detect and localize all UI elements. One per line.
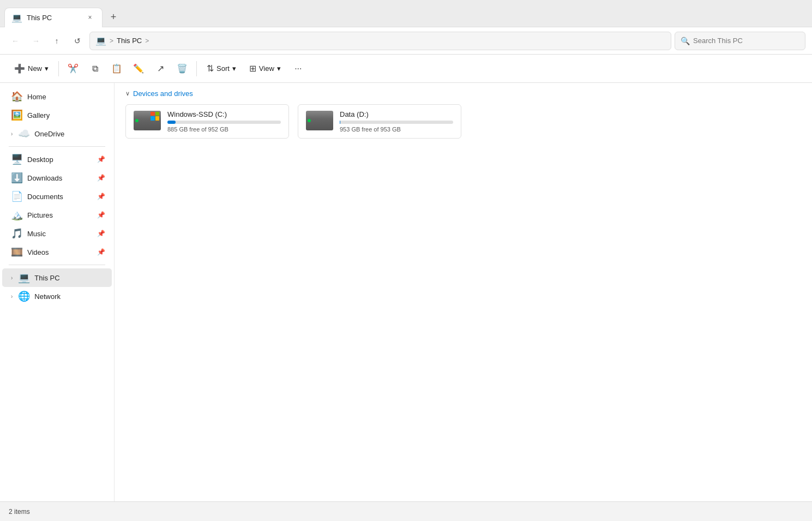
sort-label: Sort (216, 64, 230, 73)
copy-button[interactable]: ⧉ (85, 59, 105, 79)
downloads-icon: ⬇️ (11, 172, 23, 184)
music-pin-icon: 📌 (97, 230, 105, 237)
downloads-pin-icon: 📌 (97, 174, 105, 182)
paste-icon: 📋 (111, 63, 122, 74)
forward-button[interactable]: → (27, 32, 45, 50)
up-button[interactable]: ↑ (48, 32, 65, 50)
documents-pin-icon: 📌 (97, 193, 105, 200)
sidebar-item-desktop[interactable]: 🖥️ Desktop 📌 (2, 150, 112, 169)
onedrive-label: OneDrive (34, 130, 105, 138)
sidebar-item-music[interactable]: 🎵 Music 📌 (2, 224, 112, 243)
title-bar: 💻 This PC × + (0, 0, 812, 27)
desktop-pin-icon: 📌 (97, 155, 105, 163)
drive-d-item[interactable]: Data (D:) 953 GB free of 953 GB (298, 104, 461, 139)
new-chevron: ▾ (45, 64, 49, 73)
view-label: View (259, 64, 274, 73)
sidebar-item-thispc[interactable]: › 💻 This PC (2, 268, 112, 287)
drive-c-item[interactable]: Windows-SSD (C:) 885 GB free of 952 GB (125, 104, 289, 139)
music-label: Music (27, 230, 93, 238)
view-chevron: ▾ (277, 64, 281, 73)
documents-label: Documents (27, 193, 93, 201)
delete-icon: 🗑️ (177, 63, 188, 74)
refresh-button[interactable]: ↺ (69, 32, 86, 50)
search-input[interactable] (693, 37, 799, 45)
back-button[interactable]: ← (7, 32, 24, 50)
drive-d-icon-wrap (306, 111, 333, 133)
section-title: Devices and drives (133, 89, 193, 98)
drive-c-bar-fill (167, 121, 176, 124)
drive-c-led (135, 119, 139, 122)
file-explorer-tab[interactable]: 💻 This PC × (4, 8, 103, 27)
new-tab-button[interactable]: + (105, 9, 122, 26)
sidebar-item-downloads[interactable]: ⬇️ Downloads 📌 (2, 169, 112, 187)
share-icon: ↗ (157, 63, 164, 74)
item-count: 2 items (9, 508, 30, 516)
network-expand-icon: › (11, 294, 13, 300)
drive-d-info: Data (D:) 953 GB free of 953 GB (340, 110, 453, 133)
downloads-label: Downloads (27, 174, 93, 182)
view-button[interactable]: ⊞ View ▾ (244, 59, 286, 79)
home-icon: 🏠 (11, 91, 23, 103)
more-button[interactable]: ··· (288, 59, 308, 79)
videos-label: Videos (27, 248, 93, 256)
drive-d-led (308, 119, 311, 122)
documents-icon: 📄 (11, 190, 23, 202)
gallery-icon: 🖼️ (11, 109, 23, 121)
onedrive-icon: ☁️ (18, 128, 30, 140)
sort-button[interactable]: ⇅ Sort ▾ (201, 59, 242, 79)
address-path[interactable]: 💻 > This PC > (89, 32, 671, 50)
thispc-expand-icon: › (11, 275, 13, 281)
tab-close-button[interactable]: × (85, 12, 95, 23)
gallery-label: Gallery (27, 111, 105, 119)
desktop-icon: 🖥️ (11, 153, 23, 165)
devices-drives-section-header[interactable]: ∨ Devices and drives (125, 89, 801, 98)
sidebar-item-gallery[interactable]: 🖼️ Gallery (2, 106, 112, 124)
sidebar-item-documents[interactable]: 📄 Documents 📌 (2, 187, 112, 206)
search-box[interactable]: 🔍 (675, 32, 805, 50)
sidebar-item-onedrive[interactable]: › ☁️ OneDrive (2, 124, 112, 143)
videos-icon: 🎞️ (11, 246, 23, 258)
videos-pin-icon: 📌 (97, 248, 105, 256)
sidebar: 🏠 Home 🖼️ Gallery › ☁️ OneDrive 🖥️ Deskt… (0, 83, 115, 501)
path-chevron-1: > (110, 37, 113, 45)
more-icon: ··· (294, 64, 302, 74)
pictures-pin-icon: 📌 (97, 211, 105, 219)
paste-button[interactable]: 📋 (107, 59, 127, 79)
drive-d-bar-bg (340, 121, 453, 124)
view-icon: ⊞ (249, 63, 256, 74)
home-label: Home (27, 93, 105, 101)
music-icon: 🎵 (11, 227, 23, 239)
toolbar: ➕ New ▾ ✂️ ⧉ 📋 ✏️ ↗ 🗑️ ⇅ Sort ▾ ⊞ View ▾… (0, 55, 812, 83)
thispc-label: This PC (34, 274, 105, 282)
desktop-label: Desktop (27, 155, 93, 164)
status-bar: 2 items (0, 501, 812, 521)
pictures-icon: 🏔️ (11, 209, 23, 221)
sort-chevron: ▾ (232, 64, 236, 73)
path-chevron-2: > (145, 37, 149, 45)
new-icon: ➕ (14, 63, 25, 74)
network-icon: 🌐 (18, 290, 30, 302)
cut-icon: ✂️ (68, 63, 79, 74)
drive-d-visual (306, 111, 333, 130)
delete-button[interactable]: 🗑️ (172, 59, 192, 79)
drive-c-info: Windows-SSD (C:) 885 GB free of 952 GB (167, 110, 281, 133)
drive-c-name: Windows-SSD (C:) (167, 110, 281, 118)
section-collapse-icon: ∨ (125, 90, 130, 97)
onedrive-expand-icon: › (11, 131, 13, 137)
sidebar-item-pictures[interactable]: 🏔️ Pictures 📌 (2, 206, 112, 224)
share-button[interactable]: ↗ (151, 59, 170, 79)
search-icon: 🔍 (681, 37, 690, 45)
pictures-label: Pictures (27, 211, 93, 219)
sidebar-item-home[interactable]: 🏠 Home (2, 87, 112, 106)
new-button[interactable]: ➕ New ▾ (9, 59, 54, 79)
drive-c-space: 885 GB free of 952 GB (167, 126, 281, 133)
sidebar-item-videos[interactable]: 🎞️ Videos 📌 (2, 243, 112, 261)
network-label: Network (34, 292, 105, 301)
drive-d-name: Data (D:) (340, 110, 453, 118)
cut-button[interactable]: ✂️ (63, 59, 83, 79)
main-layout: 🏠 Home 🖼️ Gallery › ☁️ OneDrive 🖥️ Deskt… (0, 83, 812, 501)
sidebar-divider-1 (9, 146, 105, 147)
rename-button[interactable]: ✏️ (129, 59, 148, 79)
tab-title: This PC (27, 14, 80, 22)
sidebar-item-network[interactable]: › 🌐 Network (2, 287, 112, 306)
